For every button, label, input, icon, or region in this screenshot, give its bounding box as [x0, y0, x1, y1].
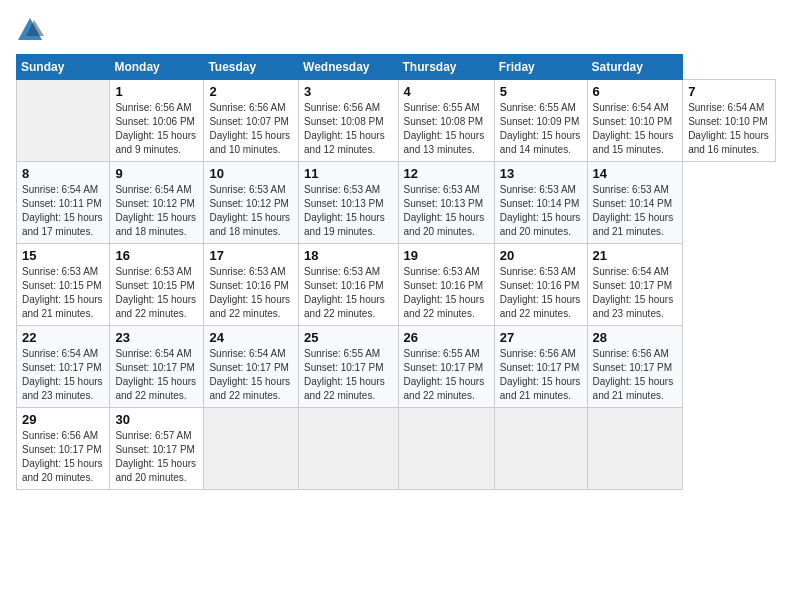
calendar-cell: 13Sunrise: 6:53 AMSunset: 10:14 PMDaylig… — [494, 162, 587, 244]
day-number: 19 — [404, 248, 489, 263]
calendar-cell: 21Sunrise: 6:54 AMSunset: 10:17 PMDaylig… — [587, 244, 683, 326]
day-number: 4 — [404, 84, 489, 99]
day-number: 7 — [688, 84, 770, 99]
day-info: Sunrise: 6:53 AMSunset: 10:16 PMDaylight… — [209, 265, 293, 321]
calendar-cell — [587, 408, 683, 490]
calendar-cell: 23Sunrise: 6:54 AMSunset: 10:17 PMDaylig… — [110, 326, 204, 408]
calendar-cell: 28Sunrise: 6:56 AMSunset: 10:17 PMDaylig… — [587, 326, 683, 408]
calendar-cell: 7Sunrise: 6:54 AMSunset: 10:10 PMDayligh… — [683, 80, 776, 162]
calendar-cell: 29Sunrise: 6:56 AMSunset: 10:17 PMDaylig… — [17, 408, 110, 490]
day-number: 17 — [209, 248, 293, 263]
calendar-cell: 1Sunrise: 6:56 AMSunset: 10:06 PMDayligh… — [110, 80, 204, 162]
day-number: 22 — [22, 330, 104, 345]
day-info: Sunrise: 6:54 AMSunset: 10:17 PMDaylight… — [115, 347, 198, 403]
day-number: 12 — [404, 166, 489, 181]
calendar-cell: 6Sunrise: 6:54 AMSunset: 10:10 PMDayligh… — [587, 80, 683, 162]
day-number: 23 — [115, 330, 198, 345]
weekday-header-friday: Friday — [494, 55, 587, 80]
day-info: Sunrise: 6:56 AMSunset: 10:07 PMDaylight… — [209, 101, 293, 157]
weekday-header-monday: Monday — [110, 55, 204, 80]
weekday-header-tuesday: Tuesday — [204, 55, 299, 80]
day-info: Sunrise: 6:56 AMSunset: 10:08 PMDaylight… — [304, 101, 393, 157]
calendar-cell — [204, 408, 299, 490]
day-info: Sunrise: 6:54 AMSunset: 10:12 PMDaylight… — [115, 183, 198, 239]
page-header — [16, 16, 776, 44]
day-number: 2 — [209, 84, 293, 99]
day-number: 14 — [593, 166, 678, 181]
calendar-cell: 15Sunrise: 6:53 AMSunset: 10:15 PMDaylig… — [17, 244, 110, 326]
calendar-cell: 3Sunrise: 6:56 AMSunset: 10:08 PMDayligh… — [299, 80, 399, 162]
day-info: Sunrise: 6:55 AMSunset: 10:17 PMDaylight… — [304, 347, 393, 403]
calendar-cell: 4Sunrise: 6:55 AMSunset: 10:08 PMDayligh… — [398, 80, 494, 162]
calendar-cell: 14Sunrise: 6:53 AMSunset: 10:14 PMDaylig… — [587, 162, 683, 244]
calendar-cell: 16Sunrise: 6:53 AMSunset: 10:15 PMDaylig… — [110, 244, 204, 326]
day-info: Sunrise: 6:53 AMSunset: 10:16 PMDaylight… — [304, 265, 393, 321]
day-info: Sunrise: 6:55 AMSunset: 10:17 PMDaylight… — [404, 347, 489, 403]
day-number: 24 — [209, 330, 293, 345]
day-info: Sunrise: 6:56 AMSunset: 10:06 PMDaylight… — [115, 101, 198, 157]
day-number: 27 — [500, 330, 582, 345]
calendar-cell: 24Sunrise: 6:54 AMSunset: 10:17 PMDaylig… — [204, 326, 299, 408]
day-number: 15 — [22, 248, 104, 263]
day-info: Sunrise: 6:53 AMSunset: 10:16 PMDaylight… — [500, 265, 582, 321]
day-info: Sunrise: 6:54 AMSunset: 10:11 PMDaylight… — [22, 183, 104, 239]
weekday-header-sunday: Sunday — [17, 55, 110, 80]
day-info: Sunrise: 6:56 AMSunset: 10:17 PMDaylight… — [593, 347, 678, 403]
day-info: Sunrise: 6:56 AMSunset: 10:17 PMDaylight… — [500, 347, 582, 403]
day-info: Sunrise: 6:53 AMSunset: 10:13 PMDaylight… — [404, 183, 489, 239]
weekday-header-wednesday: Wednesday — [299, 55, 399, 80]
weekday-header-saturday: Saturday — [587, 55, 683, 80]
day-info: Sunrise: 6:54 AMSunset: 10:17 PMDaylight… — [22, 347, 104, 403]
calendar-cell: 2Sunrise: 6:56 AMSunset: 10:07 PMDayligh… — [204, 80, 299, 162]
day-number: 21 — [593, 248, 678, 263]
calendar-cell: 11Sunrise: 6:53 AMSunset: 10:13 PMDaylig… — [299, 162, 399, 244]
calendar-cell: 20Sunrise: 6:53 AMSunset: 10:16 PMDaylig… — [494, 244, 587, 326]
day-number: 26 — [404, 330, 489, 345]
calendar-cell — [398, 408, 494, 490]
day-number: 6 — [593, 84, 678, 99]
day-number: 10 — [209, 166, 293, 181]
day-number: 30 — [115, 412, 198, 427]
logo-icon — [16, 16, 44, 44]
day-info: Sunrise: 6:53 AMSunset: 10:12 PMDaylight… — [209, 183, 293, 239]
calendar-cell: 18Sunrise: 6:53 AMSunset: 10:16 PMDaylig… — [299, 244, 399, 326]
logo — [16, 16, 48, 44]
day-info: Sunrise: 6:54 AMSunset: 10:17 PMDaylight… — [593, 265, 678, 321]
weekday-header-thursday: Thursday — [398, 55, 494, 80]
calendar-cell: 12Sunrise: 6:53 AMSunset: 10:13 PMDaylig… — [398, 162, 494, 244]
calendar-cell — [17, 80, 110, 162]
calendar-cell: 25Sunrise: 6:55 AMSunset: 10:17 PMDaylig… — [299, 326, 399, 408]
day-info: Sunrise: 6:54 AMSunset: 10:10 PMDaylight… — [593, 101, 678, 157]
calendar-cell: 19Sunrise: 6:53 AMSunset: 10:16 PMDaylig… — [398, 244, 494, 326]
day-number: 5 — [500, 84, 582, 99]
calendar-cell: 27Sunrise: 6:56 AMSunset: 10:17 PMDaylig… — [494, 326, 587, 408]
calendar-cell: 22Sunrise: 6:54 AMSunset: 10:17 PMDaylig… — [17, 326, 110, 408]
day-number: 16 — [115, 248, 198, 263]
day-info: Sunrise: 6:53 AMSunset: 10:14 PMDaylight… — [593, 183, 678, 239]
day-info: Sunrise: 6:54 AMSunset: 10:10 PMDaylight… — [688, 101, 770, 157]
day-info: Sunrise: 6:53 AMSunset: 10:15 PMDaylight… — [115, 265, 198, 321]
calendar-cell: 30Sunrise: 6:57 AMSunset: 10:17 PMDaylig… — [110, 408, 204, 490]
calendar-table: SundayMondayTuesdayWednesdayThursdayFrid… — [16, 54, 776, 490]
day-number: 18 — [304, 248, 393, 263]
day-info: Sunrise: 6:53 AMSunset: 10:15 PMDaylight… — [22, 265, 104, 321]
day-info: Sunrise: 6:53 AMSunset: 10:16 PMDaylight… — [404, 265, 489, 321]
day-info: Sunrise: 6:53 AMSunset: 10:14 PMDaylight… — [500, 183, 582, 239]
day-info: Sunrise: 6:53 AMSunset: 10:13 PMDaylight… — [304, 183, 393, 239]
day-number: 28 — [593, 330, 678, 345]
day-info: Sunrise: 6:56 AMSunset: 10:17 PMDaylight… — [22, 429, 104, 485]
day-number: 9 — [115, 166, 198, 181]
calendar-cell: 9Sunrise: 6:54 AMSunset: 10:12 PMDayligh… — [110, 162, 204, 244]
calendar-cell: 10Sunrise: 6:53 AMSunset: 10:12 PMDaylig… — [204, 162, 299, 244]
day-number: 3 — [304, 84, 393, 99]
day-number: 8 — [22, 166, 104, 181]
day-info: Sunrise: 6:57 AMSunset: 10:17 PMDaylight… — [115, 429, 198, 485]
day-number: 25 — [304, 330, 393, 345]
day-number: 1 — [115, 84, 198, 99]
calendar-cell — [494, 408, 587, 490]
day-number: 13 — [500, 166, 582, 181]
calendar-cell: 5Sunrise: 6:55 AMSunset: 10:09 PMDayligh… — [494, 80, 587, 162]
calendar-cell: 17Sunrise: 6:53 AMSunset: 10:16 PMDaylig… — [204, 244, 299, 326]
day-info: Sunrise: 6:55 AMSunset: 10:09 PMDaylight… — [500, 101, 582, 157]
calendar-cell: 8Sunrise: 6:54 AMSunset: 10:11 PMDayligh… — [17, 162, 110, 244]
